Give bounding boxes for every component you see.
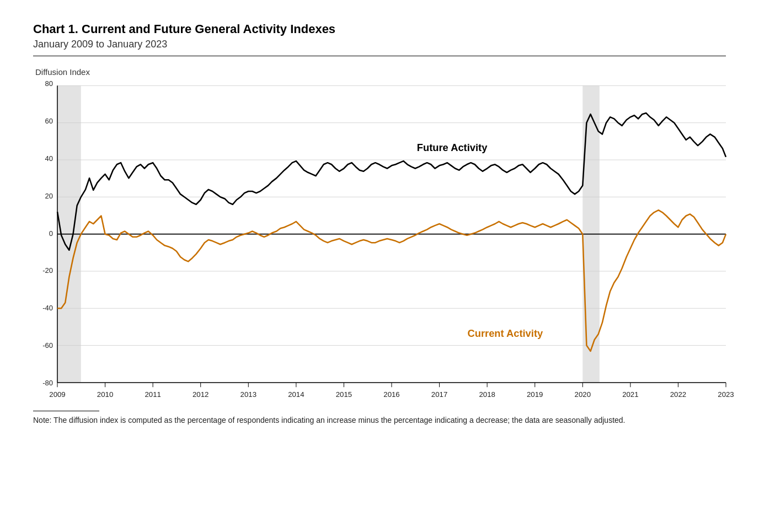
chart-svg: Future Activity Current Activity 2009 20… <box>57 80 726 400</box>
note-text: Note: The diffusion index is computed as… <box>33 415 695 426</box>
current-activity-legend: Current Activity <box>467 327 543 339</box>
y-tick-0: 0 <box>49 230 53 237</box>
x-label-2013: 2013 <box>240 390 256 399</box>
future-activity-legend: Future Activity <box>417 142 488 153</box>
y-tick-40: 40 <box>45 155 53 162</box>
note-divider <box>33 411 99 411</box>
y-tick-60: 60 <box>45 117 53 125</box>
chart-subtitle: January 2009 to January 2023 <box>33 39 726 50</box>
x-label-2018: 2018 <box>479 390 495 399</box>
y-axis: 80 60 40 20 0 -20 -40 -60 -80 <box>33 80 57 402</box>
y-tick-80: 80 <box>45 80 53 87</box>
x-label-2011: 2011 <box>145 390 161 399</box>
x-label-2014: 2014 <box>288 390 304 399</box>
x-label-2009: 2009 <box>49 390 65 399</box>
x-label-2017: 2017 <box>431 390 447 399</box>
y-tick-20: 20 <box>45 192 53 200</box>
y-tick-neg20: -20 <box>42 267 53 274</box>
x-label-2016: 2016 <box>383 390 399 399</box>
x-label-2020: 2020 <box>575 390 591 399</box>
plot-area: Future Activity Current Activity 2009 20… <box>57 80 726 402</box>
x-label-2015: 2015 <box>336 390 352 399</box>
x-label-2021: 2021 <box>622 390 638 399</box>
title-divider <box>33 56 726 56</box>
x-label-2019: 2019 <box>527 390 543 399</box>
x-label-2023: 2023 <box>718 390 734 399</box>
current-activity-line <box>57 210 726 351</box>
y-tick-neg60: -60 <box>42 342 53 349</box>
chart-title: Chart 1. Current and Future General Acti… <box>33 22 726 36</box>
chart-container: Chart 1. Current and Future General Acti… <box>33 22 726 426</box>
y-tick-neg80: -80 <box>42 379 53 386</box>
y-tick-neg40: -40 <box>42 304 53 311</box>
x-label-2012: 2012 <box>193 390 209 399</box>
y-axis-label: Diffusion Index <box>33 67 726 77</box>
chart-area: 80 60 40 20 0 -20 -40 -60 -80 <box>33 80 726 402</box>
x-label-2022: 2022 <box>670 390 686 399</box>
x-label-2010: 2010 <box>97 390 113 399</box>
future-activity-line <box>57 113 726 250</box>
